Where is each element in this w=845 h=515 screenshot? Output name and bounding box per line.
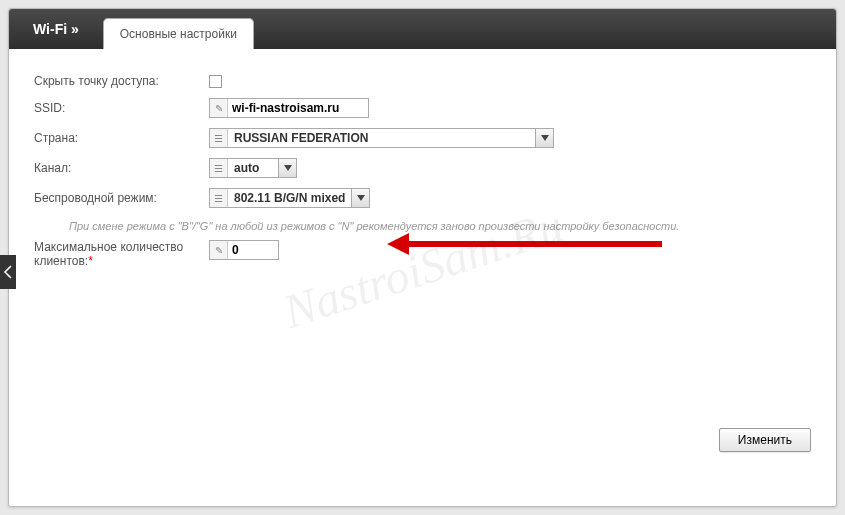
country-select[interactable]: ☰ RUSSIAN FEDERATION [209,128,554,148]
pencil-icon: ✎ [210,241,228,259]
mode-select[interactable]: ☰ 802.11 B/G/N mixed [209,188,370,208]
ssid-input[interactable] [228,99,368,117]
hide-ap-checkbox[interactable] [209,75,222,88]
row-ssid: SSID: ✎ [34,98,811,118]
chevron-down-icon [535,129,553,147]
mode-label: Беспроводной режим: [34,191,209,205]
mode-value: 802.11 B/G/N mixed [228,191,351,205]
channel-value: auto [228,161,278,175]
country-label: Страна: [34,131,209,145]
pencil-icon: ✎ [210,99,228,117]
row-channel: Канал: ☰ auto [34,158,811,178]
country-value: RUSSIAN FEDERATION [228,131,535,145]
row-mode: Беспроводной режим: ☰ 802.11 B/G/N mixed [34,188,811,208]
page-title: Wi-Fi » [9,21,97,49]
header-bar: Wi-Fi » Основные настройки [9,9,836,49]
ssid-label: SSID: [34,101,209,115]
row-max-clients: Максимальное количество клиентов:* ✎ [34,240,811,268]
chevron-down-icon [278,159,296,177]
row-hide-ap: Скрыть точку доступа: [34,74,811,88]
max-clients-input[interactable] [228,241,278,259]
channel-select[interactable]: ☰ auto [209,158,297,178]
list-icon: ☰ [210,129,228,147]
chevron-down-icon [351,189,369,207]
channel-label: Канал: [34,161,209,175]
save-button[interactable]: Изменить [719,428,811,452]
list-icon: ☰ [210,189,228,207]
max-clients-field: ✎ [209,240,279,260]
tab-basic-settings[interactable]: Основные настройки [103,18,254,49]
content-area: Скрыть точку доступа: SSID: ✎ Страна: ☰ … [9,49,836,464]
hide-ap-label: Скрыть точку доступа: [34,74,209,88]
main-panel: Wi-Fi » Основные настройки Скрыть точку … [8,8,837,507]
row-country: Страна: ☰ RUSSIAN FEDERATION [34,128,811,148]
list-icon: ☰ [210,159,228,177]
ssid-field: ✎ [209,98,369,118]
mode-note: При смене режима с "B"/"G" на любой из р… [34,218,811,240]
max-clients-label: Максимальное количество клиентов:* [34,240,209,268]
